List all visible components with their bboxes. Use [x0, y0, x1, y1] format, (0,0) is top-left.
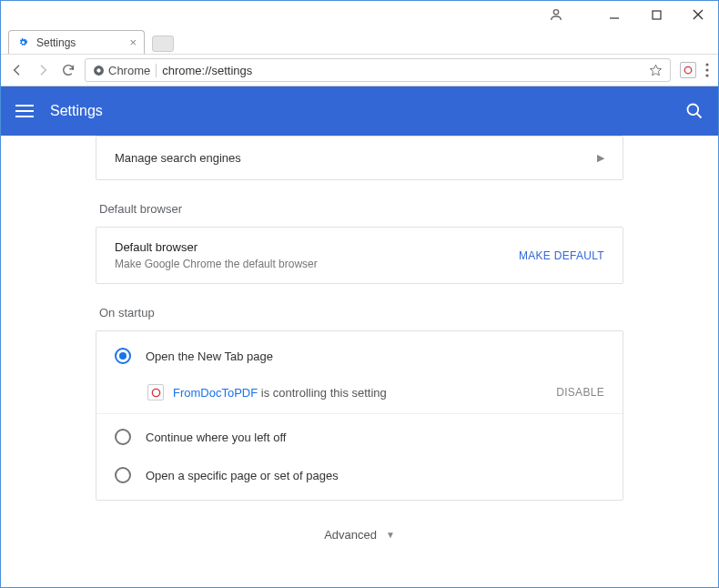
search-icon[interactable]: [685, 102, 704, 120]
svg-point-10: [705, 74, 708, 76]
startup-option-continue[interactable]: Continue where you left off: [96, 418, 623, 456]
chevron-right-icon: ▶: [597, 152, 604, 164]
default-browser-subtitle: Make Google Chrome the default browser: [115, 258, 318, 270]
disable-extension-button[interactable]: DISABLE: [556, 386, 604, 399]
browser-tab[interactable]: Settings ×: [8, 30, 145, 54]
search-engines-card: Manage search engines ▶: [96, 136, 623, 180]
chrome-info-icon: [93, 65, 105, 76]
svg-point-11: [688, 105, 699, 116]
address-bar[interactable]: Chrome chrome://settings: [85, 58, 671, 82]
reload-button[interactable]: [61, 63, 76, 77]
toolbar: Chrome chrome://settings: [1, 54, 718, 86]
back-button[interactable]: [10, 63, 25, 77]
svg-point-13: [152, 389, 159, 396]
manage-search-engines-label: Manage search engines: [115, 151, 241, 165]
startup-option-specific-pages[interactable]: Open a specific page or set of pages: [96, 456, 623, 494]
content-area: Manage search engines ▶ Default browser …: [1, 136, 718, 587]
startup-option-label: Open the New Tab page: [146, 350, 273, 363]
minimize-button[interactable]: [602, 2, 627, 27]
extension-controlling-notice: FromDocToPDF is controlling this setting…: [96, 375, 623, 414]
extension-name-link[interactable]: FromDocToPDF: [173, 386, 258, 400]
settings-favicon-icon: [16, 36, 29, 49]
extension-notice-text: FromDocToPDF is controlling this setting: [173, 386, 387, 400]
menu-icon[interactable]: [15, 105, 34, 117]
manage-search-engines-row[interactable]: Manage search engines ▶: [96, 137, 623, 179]
svg-point-9: [705, 68, 708, 71]
radio-unselected-icon: [115, 429, 131, 445]
extension-icon: [147, 384, 164, 400]
tab-close-icon[interactable]: ×: [129, 35, 137, 49]
on-startup-card: Open the New Tab page FromDocToPDF is co…: [96, 330, 623, 501]
tab-strip: Settings ×: [1, 28, 718, 54]
radio-selected-icon: [115, 348, 131, 364]
new-tab-button[interactable]: [152, 35, 174, 52]
svg-point-0: [553, 10, 558, 15]
page-title: Settings: [50, 103, 103, 119]
extension-suffix-text: is controlling this setting: [258, 386, 387, 400]
extension-toolbar-icon[interactable]: [680, 62, 696, 78]
maximize-button[interactable]: [643, 2, 669, 27]
startup-option-label: Open a specific page or set of pages: [146, 469, 339, 482]
url-text: chrome://settings: [162, 64, 252, 77]
svg-line-12: [697, 114, 702, 118]
svg-point-6: [96, 68, 100, 72]
startup-option-new-tab[interactable]: Open the New Tab page: [96, 337, 623, 375]
svg-rect-2: [653, 11, 661, 19]
window-titlebar: [1, 1, 718, 28]
forward-button[interactable]: [35, 63, 50, 77]
profile-icon[interactable]: [545, 4, 567, 25]
default-browser-card: Default browser Make Google Chrome the d…: [96, 227, 623, 284]
scheme-chip: Chrome: [93, 64, 157, 77]
bookmark-star-icon[interactable]: [649, 64, 663, 77]
menu-button[interactable]: [705, 63, 709, 77]
default-browser-section-label: Default browser: [96, 180, 623, 227]
startup-option-label: Continue where you left off: [146, 431, 286, 444]
scheme-label: Chrome: [108, 64, 150, 77]
radio-unselected-icon: [115, 467, 131, 483]
advanced-toggle[interactable]: Advanced ▼: [96, 501, 623, 569]
close-window-button[interactable]: [685, 2, 711, 27]
svg-point-8: [705, 63, 708, 66]
svg-point-7: [684, 66, 692, 74]
make-default-button[interactable]: MAKE DEFAULT: [519, 249, 604, 262]
advanced-label: Advanced: [324, 528, 377, 542]
settings-header: Settings: [1, 86, 718, 136]
default-browser-title: Default browser: [115, 240, 318, 254]
chevron-down-icon: ▼: [386, 530, 395, 540]
tab-title: Settings: [36, 36, 76, 49]
on-startup-section-label: On startup: [96, 284, 623, 330]
